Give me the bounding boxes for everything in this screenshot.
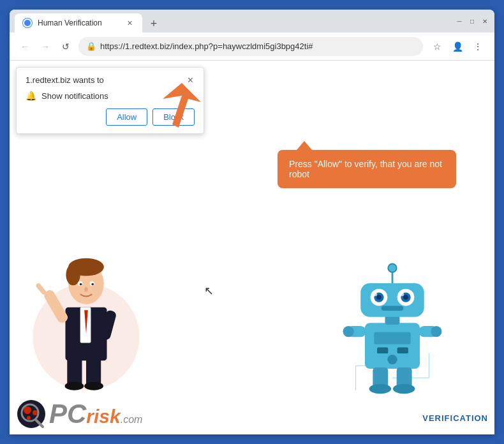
svg-rect-47	[382, 306, 403, 311]
speech-bubble-text: Press "Allow" to verify, that you are no…	[289, 159, 442, 179]
svg-point-13	[66, 264, 80, 285]
svg-point-52	[33, 410, 38, 415]
svg-point-32	[393, 384, 415, 394]
profile-button[interactable]: 👤	[448, 38, 466, 56]
svg-point-46	[400, 292, 404, 296]
robot-illustration	[341, 256, 443, 396]
popup-site-text: 1.redtext.biz wants to	[26, 75, 104, 85]
svg-point-49	[388, 263, 396, 272]
tab-title: Human Verification	[38, 18, 119, 27]
address-bar: ← → ↺ 🔒 https://1.redtext.biz/index.php?…	[10, 33, 494, 61]
new-tab-button[interactable]: +	[145, 15, 163, 33]
cursor: ↖	[204, 284, 214, 298]
bookmark-button[interactable]: ☆	[428, 38, 446, 56]
svg-marker-0	[163, 83, 201, 128]
speech-bubble: Press "Allow" to verify, that you are no…	[278, 150, 456, 188]
svg-point-17	[91, 283, 94, 286]
browser-window: Human Verification ✕ + ─ □ ✕ ← → ↺ 🔒 htt…	[10, 10, 494, 434]
url-input[interactable]: 🔒 https://1.redtext.biz/index.php?p=hayw…	[78, 37, 423, 56]
svg-point-43	[376, 295, 382, 300]
svg-rect-25	[374, 332, 410, 344]
svg-point-45	[373, 292, 377, 296]
window-controls: ─ □ ✕	[455, 17, 489, 26]
address-actions: ☆ 👤 ⋮	[428, 38, 487, 56]
pcrisk-logo-icon	[16, 399, 47, 429]
title-bar: Human Verification ✕ + ─ □ ✕	[10, 10, 494, 33]
show-notifications-text: Show notifications	[41, 91, 108, 101]
svg-point-5	[65, 382, 84, 390]
footer-branding: PC risk .com	[16, 399, 142, 429]
page-content: 1.redtext.biz wants to × 🔔 Show notifica…	[10, 61, 494, 434]
svg-point-28	[387, 355, 397, 364]
tab-favicon	[22, 18, 33, 28]
svg-rect-38	[360, 283, 424, 317]
svg-point-44	[403, 295, 408, 300]
refresh-button[interactable]: ↺	[58, 39, 73, 54]
svg-point-31	[369, 384, 391, 394]
svg-rect-19	[35, 283, 47, 295]
verification-badge: VERIFICATION	[422, 413, 488, 423]
arrow-svg	[124, 80, 201, 131]
menu-button[interactable]: ⋮	[469, 38, 487, 56]
svg-rect-26	[377, 347, 388, 353]
close-button[interactable]: ✕	[480, 17, 489, 26]
svg-point-16	[80, 283, 82, 286]
logo-com: .com	[121, 414, 143, 426]
browser-tab[interactable]: Human Verification ✕	[15, 13, 142, 33]
svg-point-36	[431, 326, 441, 337]
forward-button[interactable]: →	[38, 39, 53, 54]
minimize-button[interactable]: ─	[455, 17, 464, 26]
logo-text-group: PC risk .com	[49, 401, 142, 427]
back-button[interactable]: ←	[17, 39, 33, 54]
svg-rect-27	[397, 347, 408, 353]
logo-pc: PC	[49, 401, 86, 427]
tab-close-button[interactable]: ✕	[124, 18, 135, 28]
person-illustration	[29, 230, 144, 396]
bell-icon: 🔔	[26, 91, 36, 101]
svg-point-34	[343, 326, 354, 337]
svg-point-53	[27, 416, 31, 420]
tab-area: Human Verification ✕ +	[15, 10, 447, 33]
lock-icon: 🔒	[86, 41, 96, 51]
url-text: https://1.redtext.biz/index.php?p=haywcz…	[100, 41, 415, 51]
maximize-button[interactable]: □	[468, 17, 477, 26]
logo-risk: risk	[86, 407, 120, 426]
svg-point-6	[84, 382, 103, 390]
svg-point-18	[84, 287, 88, 292]
